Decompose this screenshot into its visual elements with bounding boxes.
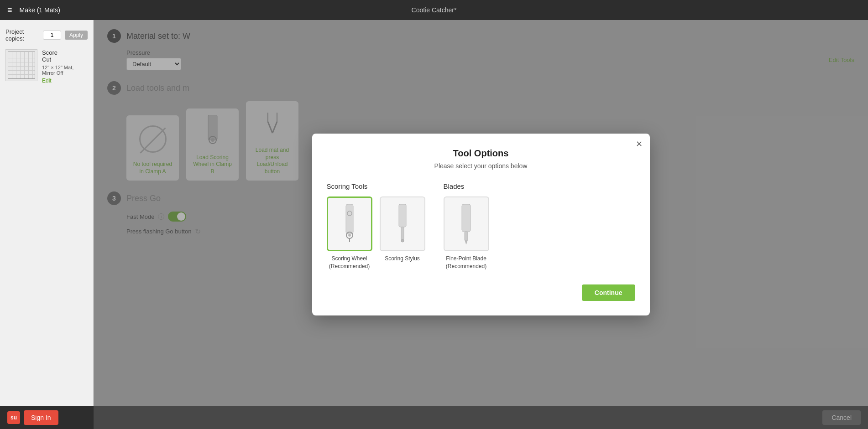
modal-footer: Continue: [327, 284, 635, 301]
project-thumbnail: Score Cut 12" × 12" Mat, Mirror Off Edit: [0, 45, 93, 88]
thumbnail-image: [5, 49, 37, 81]
modal-close-button[interactable]: ✕: [636, 140, 643, 148]
apply-button[interactable]: Apply: [65, 31, 88, 40]
scoring-wheel-label: Scoring Wheel(Recommended): [329, 255, 370, 270]
blade-options: Fine-Point Blade(Recommended): [444, 196, 489, 270]
svg-marker-17: [465, 241, 467, 244]
scoring-stylus-tool-svg: [393, 202, 412, 245]
tool-options-modal: ✕ Tool Options Please select your option…: [312, 134, 650, 316]
scoring-stylus-card[interactable]: [380, 196, 425, 251]
copies-row: Project copies: Apply: [0, 26, 93, 45]
scoring-stylus-label: Scoring Stylus: [385, 255, 420, 263]
scoring-tool-options: Scoring Wheel(Recommended): [327, 196, 425, 270]
fine-point-card[interactable]: [444, 196, 489, 251]
fine-point-option[interactable]: Fine-Point Blade(Recommended): [444, 196, 489, 270]
main-layout: Project copies: Apply Score Cut 12" × 12…: [0, 20, 868, 429]
scoring-wheel-card[interactable]: [327, 196, 372, 251]
top-bar-center-title: Cootie Catcher*: [412, 6, 457, 14]
modal-title: Tool Options: [327, 148, 635, 159]
copies-label: Project copies:: [5, 28, 39, 42]
scoring-wheel-option[interactable]: Scoring Wheel(Recommended): [327, 196, 372, 270]
svg-rect-12: [399, 204, 406, 227]
copies-input[interactable]: [43, 31, 61, 40]
modal-tools-row: Scoring Tools: [327, 182, 635, 270]
stumbleupon-icon: su: [7, 411, 20, 424]
grid-lines: [8, 52, 35, 79]
scoring-tools-group: Scoring Tools: [327, 182, 425, 270]
top-bar: ≡ Make (1 Mats) Cootie Catcher*: [0, 0, 868, 20]
svg-rect-15: [462, 204, 471, 232]
thumb-grid: [8, 52, 35, 79]
svg-point-14: [401, 239, 404, 242]
project-name-line1: Score: [42, 49, 88, 56]
edit-link[interactable]: Edit: [42, 78, 88, 84]
fine-point-label: Fine-Point Blade(Recommended): [446, 255, 486, 270]
svg-point-10: [348, 234, 351, 237]
sidebar: Project copies: Apply Score Cut 12" × 12…: [0, 20, 94, 429]
blades-group: Blades: [444, 182, 489, 270]
modal-subtitle: Please select your options below: [327, 162, 635, 170]
fine-point-tool-svg: [454, 202, 479, 245]
top-bar-title: Make (1 Mats): [20, 6, 60, 14]
mat-info: 12" × 12" Mat, Mirror Off: [42, 65, 88, 76]
project-info: Score Cut 12" × 12" Mat, Mirror Off Edit: [42, 49, 88, 84]
scoring-wheel-tool-svg: [336, 202, 363, 245]
scoring-tools-label: Scoring Tools: [327, 182, 425, 190]
project-name-line2: Cut: [42, 56, 88, 63]
scoring-stylus-option[interactable]: Scoring Stylus: [380, 196, 425, 270]
svg-rect-13: [401, 227, 404, 240]
continue-button[interactable]: Continue: [582, 284, 635, 301]
modal-overlay: ✕ Tool Options Please select your option…: [94, 20, 868, 429]
svg-rect-7: [346, 204, 353, 234]
sign-in-button[interactable]: Sign In: [24, 410, 58, 425]
content-area: 1 Material set to: W Pressure Default Mo…: [94, 20, 868, 429]
svg-rect-16: [465, 232, 468, 241]
menu-icon[interactable]: ≡: [7, 5, 12, 15]
blades-label: Blades: [444, 182, 489, 190]
